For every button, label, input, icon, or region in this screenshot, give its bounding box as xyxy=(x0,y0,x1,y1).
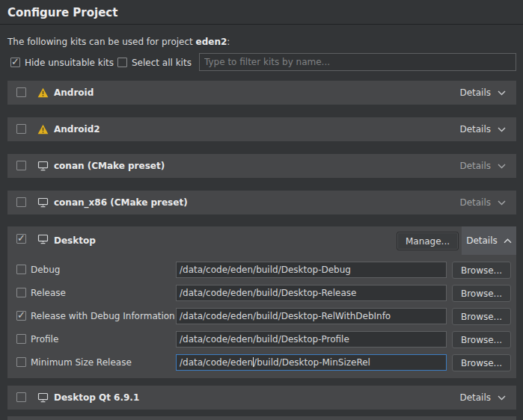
details-toggle-desktop-qt[interactable]: Details xyxy=(449,386,516,410)
config-row-profile: Profile /data/code/eden/build/Desktop-Pr… xyxy=(7,331,516,348)
details-toggle-conan-x86[interactable]: Details xyxy=(449,191,516,214)
configure-project-page: Configure Project The following kits can… xyxy=(0,0,523,420)
config-row-minsizerel: Minimum Size Release /data/code/eden/bui… xyxy=(7,354,516,371)
kit-row-android2: Android2 Details xyxy=(7,117,516,141)
config-profile-checkbox[interactable] xyxy=(16,334,26,344)
select-all-kits-label: Select all kits xyxy=(132,58,192,68)
details-label: Details xyxy=(466,235,498,246)
config-label: Minimum Size Release xyxy=(31,354,132,371)
browse-button-label: Browse... xyxy=(461,358,502,368)
project-name: eden2 xyxy=(196,37,227,47)
build-dir-value: /data/code/eden/build/Desktop-RelWithDeb… xyxy=(180,311,391,321)
config-release-checkbox[interactable] xyxy=(16,288,26,297)
config-label: Release xyxy=(31,285,66,301)
kit-name: conan_x86 (CMake preset) xyxy=(54,191,188,214)
manage-button-label: Manage... xyxy=(406,236,450,247)
config-label: Debug xyxy=(31,262,60,278)
kit-row-partial xyxy=(7,416,516,420)
monitor-icon xyxy=(37,161,49,171)
build-dir-value: /build/Desktop-MinSizeRel xyxy=(254,357,370,368)
chevron-down-icon xyxy=(498,164,506,169)
details-toggle-android2[interactable]: Details xyxy=(449,117,516,141)
intro-prefix: The following kits can be used for proje… xyxy=(7,37,196,47)
browse-button-profile[interactable]: Browse... xyxy=(452,331,511,348)
browse-button-label: Browse... xyxy=(461,265,502,276)
config-debug-checkbox[interactable] xyxy=(16,265,26,274)
chevron-down-icon xyxy=(498,90,506,96)
build-dir-value: /data/code/eden/build/Desktop-Release xyxy=(180,288,356,298)
details-label: Details xyxy=(459,124,491,135)
warning-icon xyxy=(37,87,49,98)
browse-button-label: Browse... xyxy=(461,335,502,345)
build-dir-input-profile[interactable]: /data/code/eden/build/Desktop-Profile xyxy=(176,331,447,348)
hide-unsuitable-kits-checkbox[interactable] xyxy=(10,58,20,67)
browse-button-relwithdebinfo[interactable]: Browse... xyxy=(452,308,511,325)
browse-button-minsizerel[interactable]: Browse... xyxy=(452,354,511,371)
chevron-down-icon xyxy=(498,127,506,132)
kit-row-android: Android Details xyxy=(7,81,516,105)
kit-desktop-qt-checkbox[interactable] xyxy=(16,392,26,402)
build-dir-input-debug[interactable]: /data/code/eden/build/Desktop-Debug xyxy=(176,262,447,278)
kit-desktop-checkbox[interactable] xyxy=(16,234,26,244)
config-minsizerel-checkbox[interactable] xyxy=(16,357,26,367)
page-title: Configure Project xyxy=(7,6,117,19)
kit-filter-input[interactable] xyxy=(199,53,516,71)
chevron-up-icon xyxy=(504,235,512,246)
config-row-relwithdebinfo: Release with Debug Information /data/cod… xyxy=(7,308,516,324)
monitor-icon xyxy=(37,392,49,403)
config-row-release: Release /data/code/eden/build/Desktop-Re… xyxy=(7,285,516,301)
kit-row-desktop-qt: Desktop Qt 6.9.1 Details xyxy=(7,386,516,410)
chevron-down-icon xyxy=(498,395,506,401)
details-label: Details xyxy=(459,197,491,208)
details-label: Details xyxy=(459,392,491,403)
kit-name: conan (CMake preset) xyxy=(54,154,165,178)
config-label: Release with Debug Information xyxy=(31,308,175,324)
details-label: Details xyxy=(459,87,491,98)
build-dir-value: /data/code/eden xyxy=(180,357,253,368)
header-divider xyxy=(0,24,523,25)
kit-row-conan-x86: conan_x86 (CMake preset) Details xyxy=(7,191,516,214)
intro-suffix: : xyxy=(227,37,230,47)
browse-button-debug[interactable]: Browse... xyxy=(452,262,511,279)
kit-conan-checkbox[interactable] xyxy=(16,161,26,170)
kit-android2-checkbox[interactable] xyxy=(16,124,26,134)
monitor-icon xyxy=(37,197,49,208)
warning-icon xyxy=(37,124,49,135)
config-relwithdebinfo-checkbox[interactable] xyxy=(16,311,26,321)
chevron-down-icon xyxy=(498,200,506,206)
kit-name: Android2 xyxy=(54,117,100,141)
kit-android-checkbox[interactable] xyxy=(16,87,26,97)
hide-unsuitable-kits-label: Hide unsuitable kits xyxy=(25,58,114,68)
details-label: Details xyxy=(459,161,491,171)
browse-button-label: Browse... xyxy=(461,312,502,322)
details-toggle-conan[interactable]: Details xyxy=(449,154,516,178)
config-label: Profile xyxy=(31,331,58,348)
monitor-icon xyxy=(37,234,49,244)
manage-kits-button[interactable]: Manage... xyxy=(397,232,459,250)
build-dir-input-release[interactable]: /data/code/eden/build/Desktop-Release xyxy=(176,285,447,301)
details-toggle-desktop[interactable]: Details xyxy=(462,226,516,255)
build-dir-input-relwithdebinfo[interactable]: /data/code/eden/build/Desktop-RelWithDeb… xyxy=(176,308,447,324)
kit-name: Desktop xyxy=(54,226,96,255)
kit-row-conan: conan (CMake preset) Details xyxy=(7,154,516,178)
browse-button-label: Browse... xyxy=(461,288,502,299)
build-dir-input-minsizerel[interactable]: /data/code/eden/build/Desktop-MinSizeRel xyxy=(176,354,447,371)
build-dir-value: /data/code/eden/build/Desktop-Profile xyxy=(180,334,349,345)
config-row-debug: Debug /data/code/eden/build/Desktop-Debu… xyxy=(7,262,516,278)
browse-button-release[interactable]: Browse... xyxy=(452,285,511,302)
details-toggle-android[interactable]: Details xyxy=(449,81,516,105)
kit-name: Desktop Qt 6.9.1 xyxy=(54,386,139,410)
select-all-kits-checkbox[interactable] xyxy=(117,58,127,67)
kit-row-desktop-expanded: Desktop Manage... Details Debug /data/co… xyxy=(7,226,516,378)
intro-text: The following kits can be used for proje… xyxy=(7,37,230,47)
kit-name: Android xyxy=(54,81,94,105)
build-dir-value: /data/code/eden/build/Desktop-Debug xyxy=(180,265,351,275)
kit-conan-x86-checkbox[interactable] xyxy=(16,197,26,207)
